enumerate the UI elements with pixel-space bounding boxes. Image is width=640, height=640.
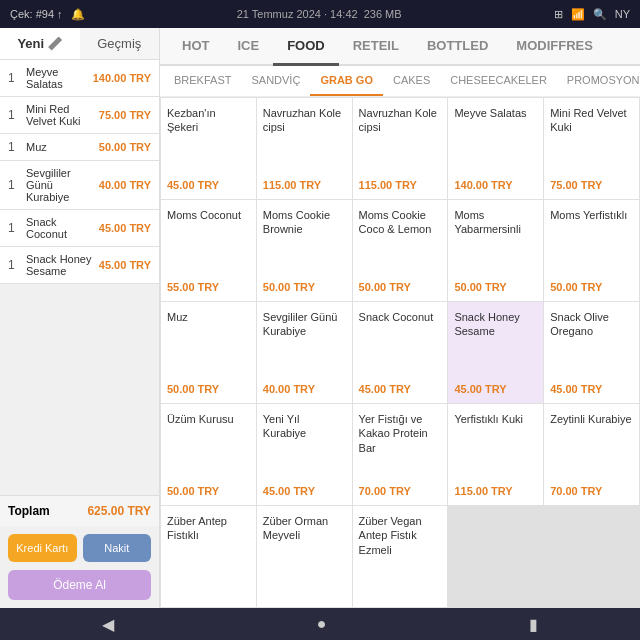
product-name: Snack Honey Sesame (454, 310, 537, 377)
product-card[interactable]: Züber Orman Meyveli (257, 506, 352, 607)
product-name: Yer Fistığı ve Kakao Protein Bar (359, 412, 442, 479)
product-card[interactable]: Muz 50.00 TRY (161, 302, 256, 403)
product-card[interactable]: Moms Cookie Brownie 50.00 TRY (257, 200, 352, 301)
main-tab-bottled[interactable]: BOTTLED (413, 28, 502, 66)
sidebar-items: 1 Meyve Salatas 140.00 TRY 1 Mini Red Ve… (0, 60, 159, 495)
product-card[interactable]: Zeytinli Kurabiye 70.00 TRY (544, 404, 639, 505)
product-card[interactable]: Züber Vegan Antep Fistık Ezmeli (353, 506, 448, 607)
product-price: 115.00 TRY (359, 179, 442, 191)
product-price: 45.00 TRY (359, 383, 442, 395)
sidebar-item[interactable]: 1 Muz 50.00 TRY (0, 134, 159, 161)
home-button[interactable]: ● (297, 611, 347, 637)
edit-icon (48, 37, 62, 51)
sidebar: Yeni Geçmiş 1 Meyve Salatas 140.00 TRY 1… (0, 28, 160, 608)
product-card[interactable]: Snack Olive Oregano 45.00 TRY (544, 302, 639, 403)
product-card[interactable]: Moms Cookie Coco & Lemon 50.00 TRY (353, 200, 448, 301)
item-name: Sevgililer Günü Kurabiye (26, 167, 95, 203)
product-name: Mini Red Velvet Kuki (550, 106, 633, 173)
product-name: Muz (167, 310, 250, 377)
product-card[interactable]: Snack Honey Sesame 45.00 TRY (448, 302, 543, 403)
sidebar-item[interactable]: 1 Sevgililer Günü Kurabiye 40.00 TRY (0, 161, 159, 210)
sub-tab-promosyon[interactable]: PROMOSYON (557, 66, 640, 96)
product-card[interactable]: Moms Yabarmersinli 50.00 TRY (448, 200, 543, 301)
product-price: 40.00 TRY (263, 383, 346, 395)
content-area: HOTICEFOODRETEILBOTTLEDMODIFFRES BREKFAS… (160, 28, 640, 608)
product-price: 115.00 TRY (454, 485, 537, 497)
sidebar-item[interactable]: 1 Snack Honey Sesame 45.00 TRY (0, 247, 159, 284)
product-price: 50.00 TRY (550, 281, 633, 293)
sub-tab-cheseecakeler[interactable]: CHESEECAKELER (440, 66, 557, 96)
product-name: Snack Coconut (359, 310, 442, 377)
item-qty: 1 (8, 108, 22, 122)
status-bar-center: 21 Temmuz 2024 · 14:42 236 MB (237, 8, 402, 20)
item-name: Muz (26, 141, 95, 153)
item-name: Snack Honey Sesame (26, 253, 95, 277)
item-qty: 1 (8, 140, 22, 154)
main-tab-food[interactable]: FOOD (273, 28, 339, 66)
item-price: 140.00 TRY (93, 72, 151, 84)
check-label: Çek: #94 ↑ (10, 8, 63, 20)
nakit-button[interactable]: Nakit (83, 534, 152, 562)
sidebar-item[interactable]: 1 Snack Coconut 45.00 TRY (0, 210, 159, 247)
product-name: Moms Cookie Coco & Lemon (359, 208, 442, 275)
product-card[interactable]: Meyve Salatas 140.00 TRY (448, 98, 543, 199)
odeme-button[interactable]: Ödeme Al (8, 570, 151, 600)
item-price: 75.00 TRY (99, 109, 151, 121)
product-name: Moms Yerfistıklı (550, 208, 633, 275)
product-card[interactable]: Yer Fistığı ve Kakao Protein Bar 70.00 T… (353, 404, 448, 505)
product-card[interactable]: Moms Yerfistıklı 50.00 TRY (544, 200, 639, 301)
main-tab-modiffres[interactable]: MODIFFRES (502, 28, 607, 66)
product-name: Zeytinli Kurabiye (550, 412, 633, 479)
status-bar-right: ⊞ 📶 🔍 NY (554, 8, 630, 21)
product-card[interactable]: Navruzhan Kole cipsi 115.00 TRY (257, 98, 352, 199)
sub-tab-grabgo[interactable]: GRAB GO (310, 66, 383, 96)
main-tab-hot[interactable]: HOT (168, 28, 223, 66)
product-name: Züber Antep Fistıklı (167, 514, 250, 593)
grid-icon[interactable]: ⊞ (554, 8, 563, 21)
sidebar-item[interactable]: 1 Mini Red Velvet Kuki 75.00 TRY (0, 97, 159, 134)
product-card[interactable]: Yeni Yıl Kurabiye 45.00 TRY (257, 404, 352, 505)
product-card[interactable]: Sevgililer Günü Kurabiye 40.00 TRY (257, 302, 352, 403)
ram-usage: 236 MB (364, 8, 402, 20)
product-name: Sevgililer Günü Kurabiye (263, 310, 346, 377)
tab-new[interactable]: Yeni (0, 28, 80, 59)
product-card[interactable]: Yerfistıklı Kuki 115.00 TRY (448, 404, 543, 505)
product-name: Snack Olive Oregano (550, 310, 633, 377)
item-price: 50.00 TRY (99, 141, 151, 153)
product-card[interactable]: Üzüm Kurusu 50.00 TRY (161, 404, 256, 505)
sidebar-item[interactable]: 1 Meyve Salatas 140.00 TRY (0, 60, 159, 97)
sidebar-payment-buttons: Kredi Kartı Nakit (0, 526, 159, 570)
products-grid: Kezban'ın Şekeri 45.00 TRY Navruzhan Kol… (160, 97, 640, 608)
sub-tab-cakes[interactable]: CAKES (383, 66, 440, 96)
product-card[interactable]: Mini Red Velvet Kuki 75.00 TRY (544, 98, 639, 199)
kredi-button[interactable]: Kredi Kartı (8, 534, 77, 562)
status-bar-left: Çek: #94 ↑ 🔔 (10, 8, 85, 21)
main-tab-reteil[interactable]: RETEIL (339, 28, 413, 66)
product-card[interactable]: Moms Coconut 55.00 TRY (161, 200, 256, 301)
tab-history[interactable]: Geçmiş (80, 28, 160, 59)
product-card[interactable]: Kezban'ın Şekeri 45.00 TRY (161, 98, 256, 199)
product-name: Yeni Yıl Kurabiye (263, 412, 346, 479)
item-price: 40.00 TRY (99, 179, 151, 191)
product-name: Meyve Salatas (454, 106, 537, 173)
product-card[interactable]: Züber Antep Fistıklı (161, 506, 256, 607)
total-price: 625.00 TRY (87, 504, 151, 518)
item-qty: 1 (8, 178, 22, 192)
product-price: 75.00 TRY (550, 179, 633, 191)
notification-icon[interactable]: 🔔 (71, 8, 85, 21)
sub-tab-sandvic[interactable]: SANDVİÇ (241, 66, 310, 96)
product-price: 45.00 TRY (167, 179, 250, 191)
bottom-nav: ◀ ● ▮ (0, 608, 640, 640)
sidebar-tabs: Yeni Geçmiş (0, 28, 159, 60)
product-price: 45.00 TRY (263, 485, 346, 497)
main-tab-ice[interactable]: ICE (223, 28, 273, 66)
back-button[interactable]: ◀ (82, 611, 134, 638)
search-icon[interactable]: 🔍 (593, 8, 607, 21)
product-name: Navruzhan Kole cipsi (263, 106, 346, 173)
sub-tab-brekfast[interactable]: BREKFAST (164, 66, 241, 96)
product-name: Züber Vegan Antep Fistık Ezmeli (359, 514, 442, 593)
recent-button[interactable]: ▮ (509, 611, 558, 638)
product-card[interactable]: Snack Coconut 45.00 TRY (353, 302, 448, 403)
product-card[interactable]: Navruzhan Kole cipsi 115.00 TRY (353, 98, 448, 199)
product-price: 70.00 TRY (550, 485, 633, 497)
